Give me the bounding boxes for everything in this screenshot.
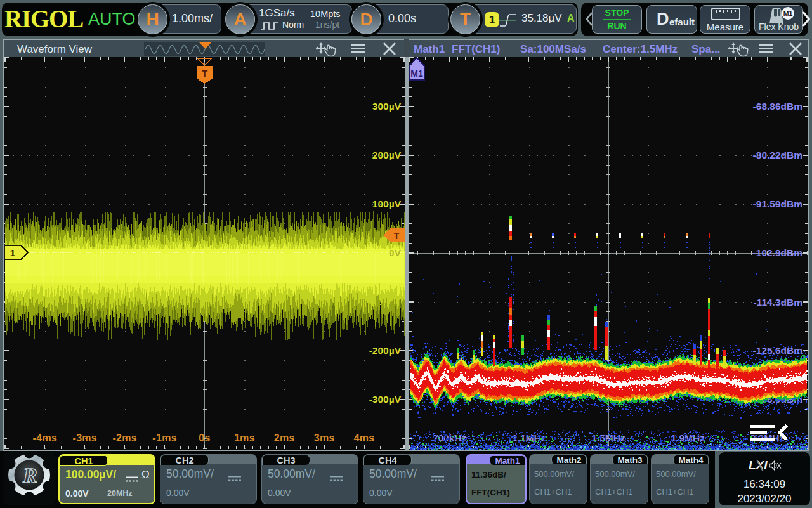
svg-text:-80.22dBm: -80.22dBm xyxy=(753,150,802,160)
svg-text:-91.59dBm: -91.59dBm xyxy=(753,199,802,209)
svg-text:200µV: 200µV xyxy=(372,150,402,160)
svg-text:-102.9dBm: -102.9dBm xyxy=(753,247,802,258)
svg-text:-4ms: -4ms xyxy=(33,433,58,443)
svg-text:LXI: LXI xyxy=(749,459,768,472)
svg-text:T: T xyxy=(202,68,207,79)
svg-text:M1: M1 xyxy=(410,68,423,79)
svg-text:4ms: 4ms xyxy=(354,433,375,443)
svg-text:-3ms: -3ms xyxy=(73,433,98,443)
svg-text:-114.3dBm: -114.3dBm xyxy=(753,297,802,308)
svg-text:300µV: 300µV xyxy=(372,101,402,112)
svg-text:R: R xyxy=(22,464,37,487)
svg-text:3ms: 3ms xyxy=(314,433,335,443)
svg-text:-2ms: -2ms xyxy=(112,433,137,443)
svg-text:-200µV: -200µV xyxy=(369,345,402,356)
svg-text:1: 1 xyxy=(10,247,15,258)
svg-text:1ms: 1ms xyxy=(234,433,255,443)
svg-text:-300µV: -300µV xyxy=(369,394,402,405)
svg-text:T: T xyxy=(394,231,400,241)
svg-text:0V: 0V xyxy=(389,247,402,258)
svg-text:100µV: 100µV xyxy=(372,199,402,209)
svg-text:0s: 0s xyxy=(199,433,210,443)
svg-text:2ms: 2ms xyxy=(274,433,295,443)
svg-text:-1ms: -1ms xyxy=(152,433,177,443)
svg-text:-68.86dBm: -68.86dBm xyxy=(753,101,802,112)
svg-text:-125.6dBm: -125.6dBm xyxy=(753,345,802,356)
